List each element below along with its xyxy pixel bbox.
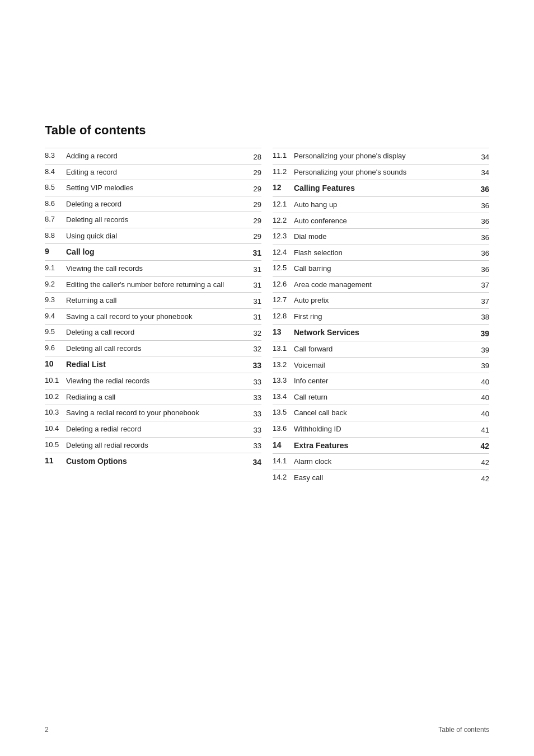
toc-entry-page: 29 (249, 168, 261, 177)
toc-entry-label: First ring (294, 312, 477, 322)
toc-entry-page: 32 (249, 345, 261, 353)
toc-entry: 10.1Viewing the redial records33 (45, 373, 261, 389)
toc-entry-num: 11.2 (273, 167, 294, 176)
toc-entry-label: Adding a record (66, 151, 249, 161)
toc-heading: Table of contents (45, 123, 489, 138)
toc-entry-page: 29 (249, 185, 261, 193)
toc-entry: 8.5Setting VIP melodies29 (45, 180, 261, 196)
toc-entry-label: Saving a redial record to your phonebook (66, 408, 249, 418)
toc-entry-label: Deleting a record (66, 199, 249, 209)
toc-entry: 10.2Redialing a call33 (45, 389, 261, 405)
toc-entry: 9.4Saving a call record to your phoneboo… (45, 308, 261, 325)
toc-entry-num: 12.2 (273, 216, 294, 224)
toc-entry-page: 33 (249, 442, 261, 450)
toc-entry-page: 36 (477, 265, 489, 274)
toc-entry-label: Editing a record (66, 167, 249, 177)
toc-entry: 9.2Editing the caller's number before re… (45, 276, 261, 293)
toc-entry: 14Extra Features42 (273, 437, 489, 454)
toc-entry-page: 40 (477, 393, 489, 402)
toc-entry-label: Viewing the call records (66, 264, 249, 274)
toc-entry-num: 14.2 (273, 473, 294, 481)
footer: 2 Table of contents (45, 726, 489, 734)
toc-entry-page: 32 (249, 329, 261, 337)
toc-entry-label: Personalizing your phone's sounds (294, 167, 477, 177)
toc-entry: 11.1Personalizing your phone's display34 (273, 148, 489, 164)
toc-entry-label: Call forward (294, 344, 477, 354)
toc-entry-page: 40 (477, 410, 489, 418)
toc-entry-page: 34 (477, 153, 489, 161)
toc-entry-page: 36 (477, 185, 489, 194)
toc-entry-num: 13.2 (273, 360, 294, 369)
toc-entry-label: Extra Features (294, 440, 477, 451)
toc-entry-page: 37 (477, 281, 489, 289)
toc-container: 8.3Adding a record288.4Editing a record2… (45, 148, 489, 486)
toc-entry: 10.4Deleting a redial record33 (45, 421, 261, 437)
toc-entry-page: 29 (249, 217, 261, 225)
toc-entry-label: Withholding ID (294, 424, 477, 434)
toc-entry: 12.8First ring38 (273, 308, 489, 325)
page: Table of contents 8.3Adding a record288.… (0, 0, 534, 756)
toc-entry-page: 42 (477, 458, 489, 467)
toc-entry-label: Info center (294, 376, 477, 386)
content-area: Table of contents 8.3Adding a record288.… (45, 123, 489, 486)
toc-entry-label: Network Services (294, 327, 477, 338)
toc-entry: 9.6Deleting all call records32 (45, 340, 261, 356)
toc-entry: 13.6Withholding ID41 (273, 421, 489, 437)
toc-entry: 11Custom Options34 (45, 453, 261, 469)
toc-entry-label: Using quick dial (66, 231, 249, 241)
toc-entry: 13.1Call forward39 (273, 341, 489, 357)
toc-entry-num: 12.8 (273, 312, 294, 320)
toc-entry-page: 29 (249, 232, 261, 241)
toc-entry-page: 34 (249, 458, 261, 467)
toc-entry-num: 13.3 (273, 376, 294, 384)
toc-entry: 14.2Easy call42 (273, 469, 489, 486)
toc-entry-label: Custom Options (66, 456, 249, 467)
toc-entry: 13.5Cancel call back40 (273, 405, 489, 421)
toc-entry-label: Auto conference (294, 216, 477, 226)
toc-entry-num: 14.1 (273, 457, 294, 465)
toc-entry-label: Saving a call record to your phonebook (66, 312, 249, 322)
toc-entry-label: Deleting a call record (66, 327, 249, 337)
toc-entry-label: Deleting all call records (66, 344, 249, 354)
toc-entry-num: 10.1 (45, 376, 66, 384)
toc-entry: 8.4Editing a record29 (45, 164, 261, 180)
toc-entry: 12.2Auto conference36 (273, 213, 489, 229)
toc-entry-page: 37 (477, 297, 489, 306)
toc-entry: 10Redial List33 (45, 356, 261, 373)
toc-entry-page: 33 (249, 410, 261, 418)
toc-entry: 12.5Call barring36 (273, 260, 489, 276)
toc-entry-label: Setting VIP melodies (66, 183, 249, 193)
toc-entry-num: 8.5 (45, 183, 66, 191)
left-column: 8.3Adding a record288.4Editing a record2… (45, 148, 273, 486)
toc-entry-num: 9.5 (45, 327, 66, 336)
toc-entry-num: 10.4 (45, 424, 66, 433)
toc-entry-label: Deleting a redial record (66, 424, 249, 434)
toc-entry-page: 39 (477, 361, 489, 370)
toc-entry-label: Voicemail (294, 360, 477, 370)
toc-entry-page: 28 (249, 153, 261, 161)
toc-entry: 12.1Auto hang up36 (273, 196, 489, 213)
footer-page-number: 2 (45, 726, 49, 734)
toc-entry-label: Calling Features (294, 183, 477, 194)
toc-entry-label: Returning a call (66, 295, 249, 306)
toc-entry-label: Deleting all redial records (66, 440, 249, 450)
toc-entry: 13.2Voicemail39 (273, 357, 489, 373)
toc-entry-label: Auto hang up (294, 200, 477, 210)
toc-entry-num: 10.5 (45, 440, 66, 449)
toc-entry: 12Calling Features36 (273, 180, 489, 196)
toc-entry: 11.2Personalizing your phone's sounds34 (273, 164, 489, 180)
toc-entry: 9Call log31 (45, 243, 261, 260)
toc-entry-page: 38 (477, 313, 489, 321)
toc-entry-page: 36 (477, 201, 489, 210)
toc-entry: 12.6Area code management37 (273, 276, 489, 293)
toc-entry-page: 31 (249, 265, 261, 274)
toc-entry-label: Easy call (294, 473, 477, 483)
toc-entry-num: 8.8 (45, 231, 66, 240)
toc-entry-page: 36 (477, 217, 489, 226)
toc-entry-num: 11 (45, 456, 66, 465)
toc-entry-page: 31 (249, 248, 261, 257)
toc-entry-label: Call return (294, 392, 477, 402)
toc-entry-label: Personalizing your phone's display (294, 151, 477, 161)
toc-entry-label: Deleting all records (66, 215, 249, 225)
toc-entry-num: 9.6 (45, 344, 66, 352)
